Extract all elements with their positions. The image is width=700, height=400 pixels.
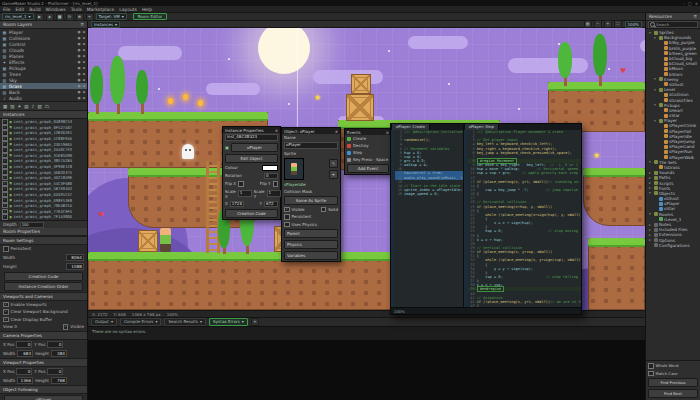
canvas-view-icon[interactable]: ⛶ — [614, 20, 622, 28]
physics-button[interactable]: Physics — [284, 240, 338, 249]
instance-row[interactable]: ▦ inst_grass_graph_7F1A38D6 — [0, 214, 87, 220]
tree-arrow-icon[interactable]: ▸ — [648, 171, 652, 175]
visibility-eye-icon[interactable]: ● — [78, 72, 81, 76]
instance-creation-code-button[interactable]: Creation Code — [225, 209, 278, 218]
camera-x-input[interactable]: 0 — [16, 341, 32, 348]
close-icon[interactable]: × — [335, 129, 338, 134]
instance-checkbox[interactable] — [2, 214, 8, 220]
lock-icon[interactable]: ▪ — [83, 90, 85, 94]
ghost-enemy[interactable] — [182, 144, 194, 159]
flip-y-checkbox[interactable] — [273, 181, 279, 187]
tree-arrow-icon[interactable]: ▾ — [648, 31, 652, 35]
viewport-h-input[interactable]: 768 — [51, 377, 67, 384]
menu-item[interactable]: Marketplace — [87, 7, 115, 12]
camera-w-input[interactable]: 683 — [17, 350, 33, 357]
tree-arrow-icon[interactable]: ▸ — [648, 228, 652, 232]
scale-x-input[interactable]: 1 — [238, 190, 252, 197]
tree-arrow-icon[interactable]: ▾ — [648, 212, 652, 216]
target-dropdown[interactable]: Target: VM▾ — [96, 13, 127, 20]
lock-icon[interactable]: ▪ — [83, 60, 85, 64]
tree-arrow-icon[interactable]: ▾ — [653, 119, 657, 123]
variables-button[interactable]: Variables — [284, 251, 338, 260]
visibility-eye-icon[interactable]: ● — [78, 60, 81, 64]
code-editor-window[interactable]: oPlayer: Create 1 /// @description Initi… — [390, 123, 582, 315]
instance-id-field[interactable]: inst_48C4B323 — [225, 134, 278, 141]
lock-icon[interactable]: ▪ — [83, 66, 85, 70]
heart-pickup[interactable]: ♥ — [98, 212, 104, 219]
visibility-eye-icon[interactable]: ● — [78, 42, 81, 46]
event-row[interactable]: Destroy — [345, 142, 391, 149]
layer-tool-icon[interactable]: ♪ — [32, 104, 35, 109]
add-output-tab-button[interactable]: + — [251, 318, 259, 326]
search-input[interactable]: Search — [648, 21, 698, 28]
tree-arrow-icon[interactable]: ▾ — [648, 160, 652, 164]
clear-bg-checkbox[interactable] — [3, 309, 9, 315]
document-tab[interactable]: Room Editor — [133, 13, 168, 20]
lock-icon[interactable]: ▪ — [83, 30, 85, 34]
toolbar-icon-button[interactable]: ◈ — [46, 13, 54, 21]
toolbar-icon-button[interactable]: ■ — [56, 13, 64, 21]
menu-icon[interactable]: ≡ — [693, 14, 697, 19]
room-dropdown[interactable]: rm_level_1▾ — [2, 13, 34, 20]
tree-arrow-icon[interactable]: ▾ — [653, 77, 657, 81]
event-row[interactable]: Key Press - Space — [345, 156, 391, 163]
visible-checkbox[interactable] — [284, 207, 290, 213]
layer-tool-icon[interactable]: ▨ — [10, 104, 14, 109]
tree-arrow-icon[interactable]: ▾ — [653, 88, 657, 92]
creation-code-button[interactable]: Creation Code — [4, 272, 83, 281]
tree-arrow-icon[interactable]: ▸ — [648, 223, 652, 227]
collision-mask-button[interactable]: Same As Sprite — [284, 196, 338, 205]
ground-platform[interactable] — [588, 238, 645, 310]
lock-icon[interactable]: ▪ — [83, 78, 85, 82]
solid-checkbox[interactable] — [321, 207, 327, 213]
edit-sprite-icon[interactable]: ✎ — [329, 159, 338, 168]
object-editor-dialog[interactable]: Object: oPlayer× Name oPlayer Sprite ✎ +… — [281, 127, 341, 262]
close-icon[interactable]: × — [386, 130, 389, 135]
canvas-view-icon[interactable]: ▦ — [584, 20, 592, 28]
layer-tool-icon[interactable]: ▦ — [3, 104, 7, 109]
tree-arrow-icon[interactable]: ▸ — [648, 176, 652, 180]
lock-icon[interactable]: ▪ — [83, 42, 85, 46]
instance-order-button[interactable]: Instance Creation Order — [4, 282, 83, 291]
layer-tool-icon[interactable]: ▧ — [37, 104, 41, 109]
canvas-view-icon[interactable]: − — [594, 20, 602, 28]
camera-h-input[interactable]: 384 — [51, 350, 67, 357]
colour-swatch[interactable] — [262, 165, 278, 171]
view-visible-checkbox[interactable] — [63, 324, 69, 330]
output-tab[interactable]: Output▾ — [91, 318, 117, 326]
new-sprite-icon[interactable]: + — [329, 170, 338, 179]
menu-item[interactable]: File — [3, 7, 11, 12]
ground-platform[interactable] — [88, 252, 415, 310]
match-case-checkbox[interactable] — [648, 371, 654, 377]
asset-tree-item[interactable]: Configurations — [646, 243, 700, 248]
scale-y-input[interactable]: 1 — [267, 190, 281, 197]
lock-icon[interactable]: ▪ — [83, 84, 85, 88]
visibility-eye-icon[interactable]: ● — [78, 84, 81, 88]
object-button[interactable]: oPlayer — [231, 143, 278, 152]
event-row[interactable]: Step — [345, 149, 391, 156]
find-next-button[interactable]: Find Next — [648, 389, 698, 398]
tree-arrow-icon[interactable]: ▸ — [648, 186, 652, 190]
menu-item[interactable]: Build — [29, 7, 40, 12]
lock-icon[interactable]: ▪ — [83, 72, 85, 76]
toolbar-icon-button[interactable]: ⟳ — [66, 13, 74, 21]
persistent-checkbox[interactable] — [3, 246, 9, 252]
flip-x-checkbox[interactable] — [238, 181, 244, 187]
toolbar-icon-button[interactable]: ≡ — [76, 13, 84, 21]
lock-icon[interactable]: ▪ — [83, 54, 85, 58]
events-dialog[interactable]: Events× Create Destroy Step Key Press - … — [344, 128, 392, 175]
heart-pickup[interactable]: ♥ — [620, 68, 626, 75]
tree-arrow-icon[interactable]: ▸ — [648, 181, 652, 185]
event-row[interactable]: Create — [345, 135, 391, 142]
whole-word-checkbox[interactable] — [648, 363, 654, 369]
visibility-eye-icon[interactable]: ● — [78, 30, 81, 34]
crate[interactable] — [138, 230, 158, 252]
depth-input[interactable] — [20, 222, 44, 228]
rotation-input[interactable]: 0 — [264, 173, 278, 180]
toolbar-icon-button[interactable]: ▶ — [36, 13, 44, 21]
lock-icon[interactable]: ▪ — [83, 48, 85, 52]
visibility-eye-icon[interactable]: ● — [78, 36, 81, 40]
layer-tool-icon[interactable]: ▤ — [24, 104, 28, 109]
visibility-eye-icon[interactable]: ● — [78, 78, 81, 82]
menu-item[interactable]: Edit — [16, 7, 25, 12]
